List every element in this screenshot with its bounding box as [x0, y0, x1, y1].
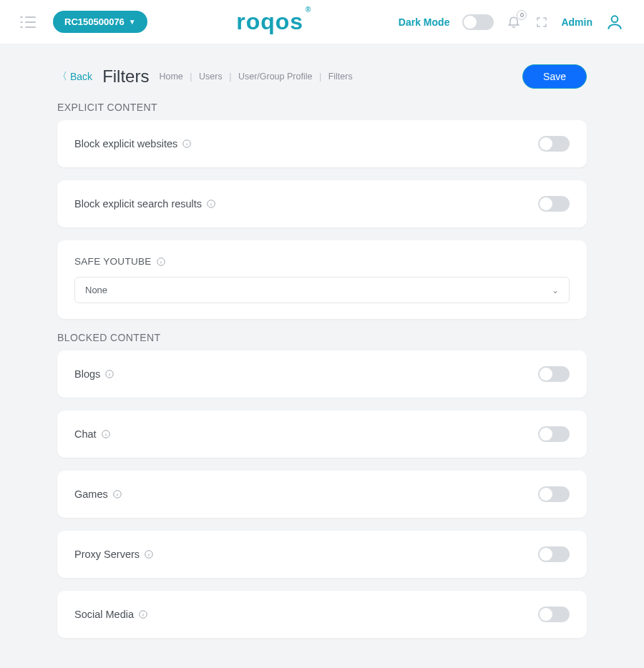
card-block-explicit-websites: Block explicit websites	[57, 120, 587, 167]
chat-label: Chat	[74, 428, 97, 440]
card-block-explicit-search: Block explicit search results	[57, 180, 587, 227]
card-chat: Chat	[57, 411, 587, 458]
safe-youtube-selected: None	[85, 285, 107, 295]
safe-youtube-label: SAFE YOUTUBE	[74, 256, 152, 267]
blogs-toggle[interactable]	[538, 366, 570, 382]
info-icon[interactable]	[104, 369, 114, 379]
chat-toggle[interactable]	[538, 426, 570, 442]
fullscreen-icon[interactable]	[535, 16, 548, 29]
device-id-label: RC150500076	[64, 16, 125, 27]
page-title: Filters	[102, 67, 149, 87]
brand-logo: roqos®	[236, 9, 309, 35]
device-selector-button[interactable]: RC150500076 ▼	[53, 11, 147, 33]
page-header: 〈 Back Filters Home | Users | User/Group…	[57, 64, 587, 89]
card-proxy-servers: Proxy Servers	[57, 531, 587, 578]
save-button[interactable]: Save	[522, 64, 587, 89]
breadcrumb: Home | Users | User/Group Profile | Filt…	[159, 72, 352, 82]
svg-point-0	[612, 16, 618, 22]
info-icon[interactable]	[206, 199, 216, 209]
info-icon[interactable]	[144, 549, 154, 559]
chevron-down-icon: ▼	[129, 18, 136, 26]
topbar-right: Dark Mode 0 Admin	[399, 13, 624, 31]
social-media-label: Social Media	[74, 609, 134, 620]
info-icon[interactable]	[156, 257, 166, 267]
card-games: Games	[57, 471, 587, 518]
dark-mode-label: Dark Mode	[399, 16, 450, 28]
proxy-servers-label: Proxy Servers	[74, 549, 140, 560]
proxy-servers-toggle[interactable]	[538, 546, 570, 562]
card-safe-youtube: SAFE YOUTUBE None ⌄	[57, 240, 587, 319]
user-avatar-icon[interactable]	[605, 13, 624, 31]
chevron-left-icon: 〈	[57, 70, 67, 83]
admin-link[interactable]: Admin	[561, 16, 592, 28]
games-toggle[interactable]	[538, 486, 570, 502]
section-explicit-label: EXPLICIT CONTENT	[57, 102, 587, 113]
info-icon[interactable]	[138, 609, 148, 619]
info-icon[interactable]	[112, 489, 122, 499]
chevron-down-icon: ⌄	[552, 285, 559, 295]
notifications-button[interactable]: 0	[507, 14, 522, 30]
blogs-label: Blogs	[74, 368, 100, 380]
block-explicit-search-toggle[interactable]	[538, 196, 570, 212]
social-media-toggle[interactable]	[538, 606, 570, 622]
page-body: 〈 Back Filters Home | Users | User/Group…	[0, 44, 644, 638]
block-explicit-search-label: Block explicit search results	[74, 198, 202, 210]
info-icon[interactable]	[182, 139, 192, 149]
breadcrumb-current: Filters	[328, 72, 353, 82]
games-label: Games	[74, 488, 108, 500]
breadcrumb-users[interactable]: Users	[199, 72, 223, 82]
back-label: Back	[70, 71, 92, 82]
card-social-media: Social Media	[57, 591, 587, 638]
notification-count-badge: 0	[517, 10, 527, 20]
section-blocked-label: BLOCKED CONTENT	[57, 332, 587, 343]
topbar: RC150500076 ▼ roqos® Dark Mode 0 Admin	[0, 0, 644, 44]
breadcrumb-profile[interactable]: User/Group Profile	[238, 72, 313, 82]
safe-youtube-select[interactable]: None ⌄	[74, 277, 570, 303]
info-icon[interactable]	[101, 429, 111, 439]
dark-mode-toggle[interactable]	[462, 14, 494, 30]
block-explicit-websites-toggle[interactable]	[538, 136, 570, 152]
menu-toggle-icon[interactable]	[20, 16, 36, 28]
block-explicit-websites-label: Block explicit websites	[74, 138, 177, 149]
breadcrumb-home[interactable]: Home	[159, 72, 182, 82]
card-blogs: Blogs	[57, 350, 587, 398]
back-button[interactable]: 〈 Back	[57, 70, 92, 83]
